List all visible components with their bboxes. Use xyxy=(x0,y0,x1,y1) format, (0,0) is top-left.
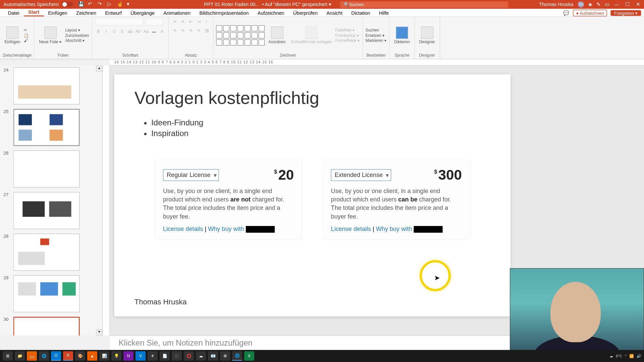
new-slide-button[interactable]: Neue Folie ▾ xyxy=(37,26,63,45)
vlc-icon[interactable]: ▲ xyxy=(87,351,97,361)
telegram-icon[interactable]: ✈ xyxy=(148,351,158,361)
app-icon[interactable]: V xyxy=(136,351,146,361)
powerpoint-icon[interactable]: P xyxy=(63,351,73,361)
app-icon[interactable]: 🎨 xyxy=(75,351,85,361)
start-button[interactable]: ⊞ xyxy=(3,351,13,361)
underline-button[interactable]: U xyxy=(111,27,118,35)
line-spacing-button[interactable]: ↕ xyxy=(203,18,210,25)
bold-button[interactable]: B xyxy=(95,27,102,35)
filename-area[interactable]: PPT 01 Roter Faden 00... • Auf "diesem P… xyxy=(204,2,331,7)
italic-button[interactable]: I xyxy=(103,27,110,35)
font-size-select[interactable] xyxy=(145,18,163,26)
autosave-toggle[interactable]: Automatisches Speichern xyxy=(4,2,73,7)
outlook-icon[interactable]: O xyxy=(51,351,61,361)
save-icon[interactable]: 💾 xyxy=(78,1,84,7)
spacing-button[interactable]: AV xyxy=(135,27,142,35)
file-explorer-icon[interactable]: 📁 xyxy=(15,351,25,361)
firefox-icon[interactable]: 🦊 xyxy=(27,351,37,361)
scroll-up-button[interactable]: ▴ xyxy=(96,65,102,71)
tab-dictation[interactable]: Dictation xyxy=(347,9,375,16)
thumbnail-27[interactable]: 27 xyxy=(4,192,99,229)
license-select-extended[interactable]: Extended License xyxy=(331,169,391,181)
arrange-button[interactable]: Anordnen xyxy=(267,26,287,45)
redo-icon[interactable]: ↷ xyxy=(98,1,104,7)
tab-ueberpruefen[interactable]: Überprüfen xyxy=(289,9,322,16)
slide-bullets[interactable]: Ideen-Findung Inspiration xyxy=(114,111,511,146)
license-details-link[interactable]: License details xyxy=(331,226,371,232)
chrome-icon[interactable]: 🌐 xyxy=(39,351,49,361)
select-button[interactable]: Markieren ▾ xyxy=(366,39,387,43)
justify-button[interactable]: ≡ xyxy=(195,26,202,34)
slide-title[interactable]: Vorlagen kostenpflichtig xyxy=(114,74,511,111)
tab-zeichnen[interactable]: Zeichnen xyxy=(72,9,101,16)
quick-styles-button[interactable]: Schnellformat vorlagen xyxy=(289,26,333,45)
scroll-down-button[interactable]: ▾ xyxy=(96,329,102,335)
share-button[interactable]: Freigeben ▾ xyxy=(611,10,641,16)
tab-bildschirmpraesentation[interactable]: Bildschirmpräsentation xyxy=(195,9,253,16)
highlight-button[interactable]: ▬ xyxy=(151,27,158,35)
tab-animationen[interactable]: Animationen xyxy=(159,9,195,16)
strikethrough-button[interactable]: S xyxy=(119,27,126,35)
edge-icon[interactable]: 🌐 xyxy=(232,351,242,361)
minimize-button[interactable]: — xyxy=(614,1,620,7)
thumbnail-25[interactable]: 25 xyxy=(4,109,99,146)
license-details-link[interactable]: License details xyxy=(163,226,203,232)
cut-icon[interactable]: ✂ xyxy=(24,28,29,32)
thumbnail-29[interactable]: 29 xyxy=(4,275,99,312)
align-right-button[interactable]: ≡ xyxy=(187,26,195,34)
qat-dropdown-icon[interactable]: ▾ xyxy=(127,1,133,7)
indent-increase-button[interactable]: ⇥ xyxy=(195,18,202,25)
tab-datei[interactable]: Datei xyxy=(4,9,24,16)
comments-icon[interactable]: 💬 xyxy=(563,10,569,16)
why-buy-link[interactable]: Why buy with xyxy=(208,226,244,232)
reset-button[interactable]: Zurücksetzen xyxy=(65,33,89,38)
copy-icon[interactable]: 📋 xyxy=(24,33,29,38)
fill-button[interactable]: Fülleffekt ▾ xyxy=(335,28,360,32)
tab-start[interactable]: Start xyxy=(24,8,44,16)
outline-button[interactable]: Formkontur ▾ xyxy=(335,33,360,38)
touch-mode-icon[interactable]: ☝ xyxy=(117,1,123,7)
shadow-button[interactable]: ab xyxy=(127,27,134,35)
search-input[interactable]: 🔍 Suchen xyxy=(340,1,508,8)
app-icon[interactable]: 📄 xyxy=(160,351,170,361)
find-button[interactable]: Suchen xyxy=(366,28,387,32)
format-painter-icon[interactable]: 🖌 xyxy=(24,39,29,43)
app-icon[interactable]: ☁ xyxy=(196,351,206,361)
onenote-icon[interactable]: N xyxy=(123,351,133,361)
thumbnail-30[interactable]: 30 xyxy=(4,317,99,335)
settings-icon[interactable]: ⚙ xyxy=(220,351,230,361)
tab-aufzeichnen[interactable]: Aufzeichnen xyxy=(253,9,289,16)
tray-icon[interactable]: 📶 xyxy=(629,354,634,358)
app-icon[interactable]: 💡 xyxy=(111,351,121,361)
obs-icon[interactable]: ⚫ xyxy=(172,351,182,361)
app-icon[interactable]: ⭕ xyxy=(184,351,194,361)
thumbnail-24[interactable]: 24 xyxy=(4,67,99,105)
shapes-gallery[interactable] xyxy=(216,25,265,46)
layout-button[interactable]: Layout ▾ xyxy=(65,28,89,32)
font-color-button[interactable]: A xyxy=(159,27,166,35)
align-center-button[interactable]: ≡ xyxy=(179,26,186,34)
undo-icon[interactable]: ↶ xyxy=(88,1,94,7)
bullets-button[interactable]: ≡ xyxy=(171,18,178,25)
maximize-button[interactable]: ☐ xyxy=(624,1,630,7)
weather-icon[interactable]: ☁ xyxy=(609,354,613,358)
window-icon[interactable]: ▭ xyxy=(605,2,609,7)
license-select-regular[interactable]: Regular License xyxy=(163,169,219,181)
from-beginning-icon[interactable]: ▷ xyxy=(107,1,113,7)
close-button[interactable]: ✕ xyxy=(635,1,641,7)
excel-icon[interactable]: X xyxy=(244,351,254,361)
tab-einfuegen[interactable]: Einfügen xyxy=(44,9,72,16)
designer-button[interactable]: Designer xyxy=(417,26,437,45)
toggle-switch-icon[interactable] xyxy=(61,2,73,7)
user-name-label[interactable]: Thomas Hruska xyxy=(539,2,573,7)
thumbnail-28[interactable]: 28 xyxy=(4,234,99,271)
system-tray[interactable]: ☁ 6°C ^ 📶 🔊 xyxy=(609,354,641,358)
font-family-select[interactable] xyxy=(95,18,144,26)
case-button[interactable]: Aa xyxy=(143,27,150,35)
app-icon[interactable]: 📊 xyxy=(99,351,109,361)
dictate-button[interactable]: Diktieren xyxy=(392,26,412,45)
align-left-button[interactable]: ≡ xyxy=(171,26,178,34)
app-icon[interactable]: 📧 xyxy=(208,351,218,361)
tray-icon[interactable]: 🔊 xyxy=(637,354,641,358)
tab-uebergaenge[interactable]: Übergänge xyxy=(126,9,159,16)
